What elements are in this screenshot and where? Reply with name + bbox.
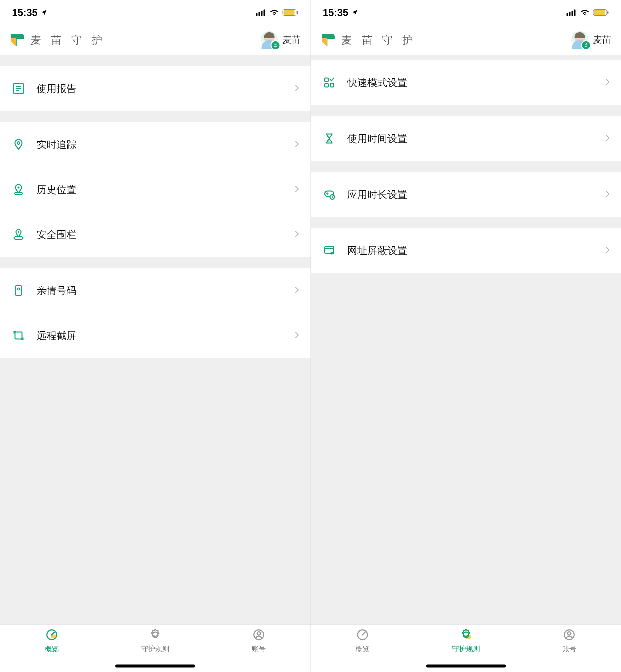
svg-rect-40 (569, 12, 571, 16)
tab-label: 账号 (562, 644, 576, 654)
svg-rect-39 (567, 13, 568, 16)
phone-left: 15:35 麦 苗 守 护 麦苗 使用报告 (0, 0, 310, 672)
pin-history-icon (11, 183, 26, 196)
home-indicator[interactable] (115, 665, 195, 668)
row-realtime-tracking[interactable]: 实时追踪 (0, 122, 310, 167)
avatar-icon (571, 31, 588, 49)
tab-overview[interactable]: 概览 (0, 628, 104, 672)
app-logo-icon (321, 33, 335, 47)
gear-shield-icon (459, 628, 472, 642)
status-bar: 15:35 (0, 0, 310, 25)
svg-rect-38 (297, 11, 298, 14)
row-label: 远程截屏 (37, 329, 284, 342)
status-time: 15:35 (12, 7, 38, 18)
row-label: 快速模式设置 (347, 76, 594, 89)
chevron-right-icon (605, 135, 610, 142)
home-indicator[interactable] (426, 665, 506, 668)
svg-rect-32 (256, 13, 257, 16)
content-right: 快速模式设置 使用时间设置 应用时长设置 网址屏蔽设置 (311, 55, 621, 625)
battery-icon (283, 9, 298, 16)
chevron-right-icon (605, 247, 610, 254)
phone-right: 15:35 麦 苗 守 护 麦苗 快速模式设置 (310, 0, 621, 672)
row-geofence[interactable]: 安全围栏 (0, 212, 310, 257)
app-header: 麦 苗 守 护 麦苗 (311, 25, 621, 55)
grid-check-icon (322, 77, 337, 88)
chevron-right-icon (605, 79, 610, 86)
row-label: 实时追踪 (37, 138, 284, 152)
tab-account[interactable]: 账号 (518, 628, 621, 672)
profile-switcher[interactable]: 麦苗 (571, 31, 611, 49)
screenshot-icon (11, 330, 26, 341)
row-web-filter[interactable]: 网址屏蔽设置 (311, 228, 621, 273)
family-phone-icon (11, 285, 26, 296)
pin-icon (11, 138, 26, 151)
chevron-right-icon (294, 332, 299, 339)
chevron-right-icon (294, 141, 299, 148)
gauge-icon (45, 628, 58, 642)
chevron-right-icon (294, 287, 299, 294)
tab-label: 守护规则 (452, 644, 480, 654)
tab-label: 账号 (252, 644, 266, 654)
wifi-icon (270, 9, 279, 16)
tab-label: 概览 (45, 644, 59, 654)
location-arrow-icon (41, 9, 47, 16)
row-quick-mode[interactable]: 快速模式设置 (311, 60, 621, 105)
svg-rect-34 (261, 11, 262, 16)
chevron-right-icon (294, 85, 299, 92)
wifi-icon (580, 9, 589, 16)
profile-name: 麦苗 (593, 34, 611, 46)
svg-rect-37 (284, 10, 294, 15)
row-family-numbers[interactable]: 亲情号码 (0, 268, 310, 313)
status-time: 15:35 (323, 7, 348, 18)
tab-label: 概览 (356, 644, 370, 654)
chevron-right-icon (294, 231, 299, 238)
content-left: 使用报告 实时追踪 历史位置 安全围栏 亲情号码 远程截屏 (0, 55, 310, 625)
svg-rect-44 (594, 10, 605, 15)
game-time-icon (322, 188, 337, 201)
row-label: 安全围栏 (37, 228, 284, 242)
cellular-icon (567, 9, 577, 16)
report-icon (11, 83, 26, 94)
row-usage-report[interactable]: 使用报告 (0, 66, 310, 111)
svg-rect-45 (607, 11, 609, 14)
row-label: 网址屏蔽设置 (347, 244, 594, 257)
row-app-duration[interactable]: 应用时长设置 (311, 172, 621, 217)
gear-shield-icon (149, 628, 162, 642)
chevron-right-icon (605, 191, 610, 198)
profile-name: 麦苗 (283, 34, 300, 46)
chevron-right-icon (294, 186, 299, 193)
profile-switcher[interactable]: 麦苗 (260, 31, 300, 49)
app-title: 麦 苗 守 护 (31, 33, 254, 47)
app-logo-icon (10, 33, 25, 47)
geofence-icon (11, 228, 26, 241)
app-title: 麦 苗 守 护 (341, 33, 565, 47)
hourglass-icon (322, 132, 337, 144)
tab-account[interactable]: 账号 (207, 628, 310, 672)
location-arrow-icon (351, 9, 358, 16)
row-label: 使用时间设置 (347, 132, 594, 145)
app-header: 麦 苗 守 护 麦苗 (0, 25, 310, 55)
row-label: 历史位置 (37, 183, 284, 197)
account-icon (563, 628, 576, 642)
gauge-icon (356, 628, 369, 642)
row-label: 使用报告 (37, 82, 284, 95)
svg-rect-42 (574, 9, 576, 16)
battery-icon (593, 9, 609, 16)
row-screen-time[interactable]: 使用时间设置 (311, 116, 621, 161)
web-filter-icon (322, 245, 337, 256)
status-bar: 15:35 (311, 0, 621, 25)
account-icon (252, 628, 265, 642)
svg-rect-33 (258, 12, 260, 16)
swap-icon (581, 40, 591, 50)
row-remote-screenshot[interactable]: 远程截屏 (0, 313, 310, 358)
tab-label: 守护规则 (141, 644, 169, 654)
row-label: 亲情号码 (37, 284, 284, 297)
avatar-icon (260, 31, 278, 49)
tab-overview[interactable]: 概览 (311, 628, 414, 672)
cellular-icon (256, 9, 266, 16)
swap-icon (271, 40, 281, 50)
svg-rect-35 (263, 9, 265, 16)
row-label: 应用时长设置 (347, 188, 594, 202)
svg-rect-41 (572, 11, 573, 16)
row-history-location[interactable]: 历史位置 (0, 167, 310, 212)
